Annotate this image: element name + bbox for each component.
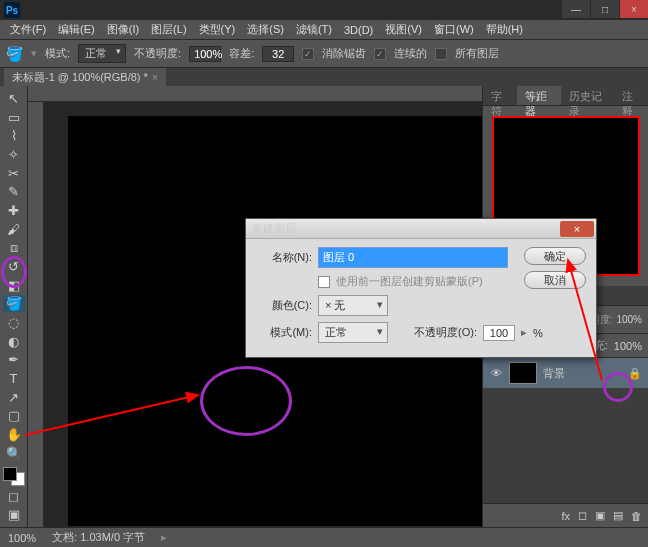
mode-dropdown[interactable]: 正常	[78, 44, 126, 63]
menu-file[interactable]: 文件(F)	[6, 20, 50, 39]
zoom-tool[interactable]: 🔍	[3, 445, 25, 462]
bucket-tool[interactable]: 🪣	[3, 295, 25, 312]
menu-layer[interactable]: 图层(L)	[147, 20, 190, 39]
trash-icon[interactable]: 🗑	[631, 510, 642, 522]
folder-icon[interactable]: ▣	[595, 509, 605, 522]
wand-tool[interactable]: ✧	[3, 146, 25, 163]
antialias-label: 消除锯齿	[322, 46, 366, 61]
pen-tool[interactable]: ✒	[3, 351, 25, 368]
dialog-titlebar[interactable]: 新建图层 ×	[246, 219, 596, 239]
screenmode-tool[interactable]: ▣	[3, 506, 25, 523]
document-tab[interactable]: 未标题-1 @ 100%(RGB/8) * ×	[4, 68, 166, 87]
menubar: 文件(F) 编辑(E) 图像(I) 图层(L) 类型(Y) 选择(S) 滤镜(T…	[0, 20, 648, 40]
mask-icon[interactable]: ◻	[578, 509, 587, 522]
contiguous-checkbox[interactable]: ✓	[374, 48, 386, 60]
blur-tool[interactable]: ◌	[3, 314, 25, 331]
history-brush-tool[interactable]: ↺	[3, 258, 25, 275]
hand-tool[interactable]: ✋	[3, 426, 25, 443]
path-tool[interactable]: ↗	[3, 389, 25, 406]
alllayers-label: 所有图层	[455, 46, 499, 61]
new-layer-dialog: 新建图层 × 名称(N): 图层 0 使用前一图层创建剪贴蒙版(P) 颜色(C)…	[245, 218, 597, 358]
tools-panel: ↖ ▭ ⌇ ✧ ✂ ✎ ✚ 🖌 ⧈ ↺ ◧ 🪣 ◌ ◐ ✒ T ↗ ▢ ✋ 🔍 …	[0, 86, 28, 527]
mode-label: 模式:	[45, 46, 70, 61]
layers-list: 👁 背景 🔒	[483, 358, 648, 503]
layer-opacity-value[interactable]: 100%	[616, 314, 642, 325]
color-dropdown[interactable]: × 无	[318, 295, 388, 316]
marquee-tool[interactable]: ▭	[3, 109, 25, 126]
document-tab-label: 未标题-1 @ 100%(RGB/8) *	[12, 70, 148, 85]
zoom-level[interactable]: 100%	[8, 532, 36, 544]
name-input[interactable]: 图层 0	[318, 247, 508, 268]
opacity-label: 不透明度:	[134, 46, 181, 61]
eyedropper-tool[interactable]: ✎	[3, 183, 25, 200]
fill-value[interactable]: 100%	[614, 340, 642, 352]
cancel-button[interactable]: 取消	[524, 271, 586, 289]
maximize-button[interactable]: □	[591, 0, 619, 18]
close-button[interactable]: ×	[620, 0, 648, 18]
antialias-checkbox[interactable]: ✓	[302, 48, 314, 60]
stamp-tool[interactable]: ⧈	[3, 239, 25, 256]
menu-type[interactable]: 类型(Y)	[195, 20, 240, 39]
move-tool[interactable]: ↖	[3, 90, 25, 107]
quickmask-tool[interactable]: ◻	[3, 488, 25, 505]
statusbar: 100% 文档: 1.03M/0 字节 ▸	[0, 527, 648, 547]
ruler-vertical	[28, 102, 44, 527]
color-label: 颜色(C):	[256, 298, 312, 313]
menu-image[interactable]: 图像(I)	[103, 20, 143, 39]
brush-tool[interactable]: 🖌	[3, 221, 25, 238]
tab-notes[interactable]: 注释	[614, 86, 648, 105]
bucket-icon: 🪣	[6, 46, 23, 62]
menu-edit[interactable]: 编辑(E)	[54, 20, 99, 39]
ruler-horizontal	[28, 86, 482, 102]
crop-tool[interactable]: ✂	[3, 165, 25, 182]
dialog-buttons: 确定 取消	[524, 247, 586, 289]
lasso-tool[interactable]: ⌇	[3, 127, 25, 144]
shape-tool[interactable]: ▢	[3, 407, 25, 424]
dialog-title: 新建图层	[252, 221, 296, 236]
opacity-input[interactable]: 100%	[189, 46, 221, 62]
layer-name[interactable]: 背景	[543, 366, 565, 381]
document-tabbar: 未标题-1 @ 100%(RGB/8) * ×	[0, 68, 648, 86]
ps-logo: Ps	[4, 2, 20, 18]
alllayers-checkbox[interactable]	[435, 48, 447, 60]
heal-tool[interactable]: ✚	[3, 202, 25, 219]
dodge-tool[interactable]: ◐	[3, 333, 25, 350]
fgcolor-swatch[interactable]	[3, 467, 17, 481]
percent-label: %	[533, 327, 543, 339]
menu-help[interactable]: 帮助(H)	[482, 20, 527, 39]
window-buttons: — □ ×	[561, 0, 648, 18]
type-tool[interactable]: T	[3, 370, 25, 387]
menu-view[interactable]: 视图(V)	[381, 20, 426, 39]
doc-size: 文档: 1.03M/0 字节	[52, 530, 145, 545]
fgbg-swatch[interactable]	[3, 467, 25, 485]
name-label: 名称(N):	[256, 250, 312, 265]
tolerance-label: 容差:	[229, 46, 254, 61]
lock-icon: 🔒	[628, 367, 642, 380]
dialog-close-button[interactable]: ×	[560, 221, 594, 237]
tolerance-input[interactable]: 32	[262, 46, 294, 62]
fx-icon[interactable]: fx	[561, 510, 570, 522]
dlg-mode-label: 模式(M):	[256, 325, 312, 340]
dlg-opacity-label: 不透明度(O):	[414, 325, 477, 340]
menu-filter[interactable]: 滤镜(T)	[292, 20, 336, 39]
tab-character[interactable]: 字符	[483, 86, 517, 105]
minimize-button[interactable]: —	[562, 0, 590, 18]
dlg-opacity-input[interactable]: 100	[483, 325, 515, 341]
document-tab-close[interactable]: ×	[152, 72, 158, 83]
panel-tabs-top: 字符 等距器 历史记录 注释	[483, 86, 648, 106]
ok-button[interactable]: 确定	[524, 247, 586, 265]
eraser-tool[interactable]: ◧	[3, 277, 25, 294]
menu-select[interactable]: 选择(S)	[243, 20, 288, 39]
menu-3d[interactable]: 3D(D)	[340, 22, 377, 38]
tab-history[interactable]: 历史记录	[561, 86, 614, 105]
app-titlebar: Ps — □ ×	[0, 0, 648, 20]
dlg-mode-dropdown[interactable]: 正常	[318, 322, 388, 343]
layer-row[interactable]: 👁 背景 🔒	[483, 358, 648, 388]
layer-thumbnail[interactable]	[509, 362, 537, 384]
menu-window[interactable]: 窗口(W)	[430, 20, 478, 39]
clip-label: 使用前一图层创建剪贴蒙版(P)	[336, 274, 483, 289]
visibility-icon[interactable]: 👁	[489, 366, 503, 380]
tab-navigator[interactable]: 等距器	[517, 86, 561, 105]
clip-checkbox[interactable]	[318, 276, 330, 288]
new-layer-icon[interactable]: ▤	[613, 509, 623, 522]
